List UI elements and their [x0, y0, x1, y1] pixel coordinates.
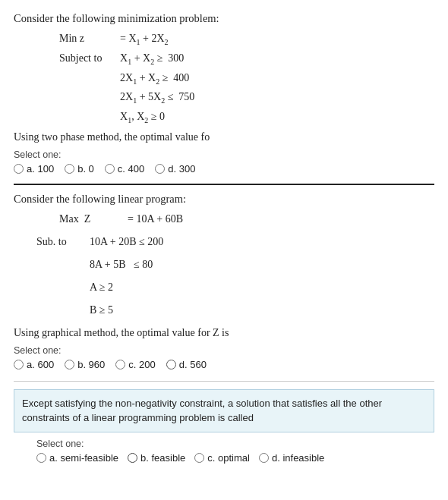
q2-sub-line-3: B ≥ 5	[36, 300, 434, 321]
q1-options: a. 100 b. 0 c. 400 d. 300	[14, 163, 434, 175]
q3-radio-a[interactable]	[36, 453, 46, 463]
q2-sub-expr-3: B ≥ 5	[90, 300, 113, 321]
q3-option-c-label: c. optimal	[207, 452, 250, 464]
q1-subject-label: Subject to	[59, 49, 120, 68]
q2-objective-expr: = 10A + 60B	[128, 210, 183, 228]
q1-select-label: Select one:	[14, 149, 434, 160]
q3-option-d[interactable]: d. infeasible	[259, 452, 324, 464]
q1-option-c-label: c. 400	[118, 163, 144, 175]
q2-option-b-label: b. 960	[77, 359, 105, 370]
q2-options: a. 600 b. 960 c. 200 d. 560	[14, 359, 434, 370]
q2-option-c[interactable]: c. 200	[115, 359, 155, 370]
q1-title: Consider the following minimization prob…	[14, 12, 434, 25]
question-1: Consider the following minimization prob…	[14, 12, 434, 175]
q1-option-a[interactable]: a. 100	[14, 163, 54, 175]
q1-constraint-0: X1 + X2 ≥ 300	[120, 49, 184, 68]
question-3: Except satisfying the non-negativity con…	[14, 389, 434, 464]
q1-radio-a[interactable]	[14, 164, 24, 174]
q2-select-label: Select one:	[14, 345, 434, 356]
q3-select-label: Select one:	[36, 439, 434, 449]
q2-option-d-label: d. 560	[179, 359, 207, 370]
q2-sub-line-2: A ≥ 2	[36, 277, 434, 298]
q2-option-b[interactable]: b. 960	[65, 359, 105, 370]
q1-objective-expr: = X1 + 2X2	[120, 30, 169, 49]
q3-radio-c[interactable]	[194, 453, 204, 463]
question-2: Consider the following linear program: M…	[14, 193, 434, 370]
q1-option-c[interactable]: c. 400	[105, 163, 144, 175]
q1-radio-d[interactable]	[155, 164, 165, 174]
q1-option-a-label: a. 100	[27, 163, 54, 175]
q1-constraint-line-0: Subject to X1 + X2 ≥ 300	[59, 49, 434, 68]
q3-option-c[interactable]: c. optimal	[194, 452, 250, 464]
q1-option-d-label: d. 300	[168, 163, 195, 175]
q1-option-d[interactable]: d. 300	[155, 163, 195, 175]
q3-option-a[interactable]: a. semi-feasible	[36, 452, 118, 464]
q2-title: Consider the following linear program:	[14, 193, 434, 206]
q3-radio-d[interactable]	[259, 453, 269, 463]
q2-math: Max Z = 10A + 60B	[59, 210, 434, 228]
q2-objective-line: Max Z = 10A + 60B	[59, 210, 434, 228]
q3-info-box: Except satisfying the non-negativity con…	[14, 389, 434, 432]
q2-radio-b[interactable]	[65, 360, 74, 369]
q3-option-b[interactable]: b. feasible	[128, 452, 185, 464]
q2-sub-block: Sub. to 10A + 20B ≤ 200 8A + 5B ≤ 80 A ≥…	[36, 231, 434, 321]
q2-sub-expr-0: 10A + 20B ≤ 200	[90, 231, 163, 253]
q1-math: Min z = X1 + 2X2 Subject to X1 + X2 ≥ 30…	[59, 30, 434, 127]
q1-objective-label: Min z	[59, 30, 120, 48]
q1-constraint-line-3: X1, X2 ≥ 0	[59, 108, 434, 127]
q1-using-text: Using two phase method, the optimal valu…	[14, 131, 434, 143]
q2-option-d[interactable]: d. 560	[166, 359, 207, 370]
q1-radio-b[interactable]	[65, 164, 74, 174]
q3-option-b-label: b. feasible	[140, 452, 185, 464]
q2-using-text: Using graphical method, the optimal valu…	[14, 327, 434, 339]
q1-constraint-line-1: 2X1 + X2 ≥ 400	[59, 69, 434, 88]
q1-constraint-line-2: 2X1 + 5X2 ≤ 750	[59, 88, 434, 107]
q2-sub-line-1: 8A + 5B ≤ 80	[36, 254, 434, 275]
q1-radio-c[interactable]	[105, 164, 115, 174]
section-divider	[14, 184, 434, 185]
q2-objective-label: Max Z	[59, 210, 128, 228]
q2-option-a[interactable]: a. 600	[14, 359, 54, 370]
q3-option-a-label: a. semi-feasible	[49, 452, 118, 464]
q2-sub-expr-1: 8A + 5B ≤ 80	[90, 254, 153, 275]
q2-radio-a[interactable]	[14, 360, 24, 369]
q2-sub-line-0: Sub. to 10A + 20B ≤ 200	[36, 231, 434, 253]
q2-sub-label: Sub. to	[36, 231, 90, 253]
section-divider-2	[14, 381, 434, 382]
q2-sub-expr-2: A ≥ 2	[90, 277, 113, 298]
q2-radio-c[interactable]	[115, 360, 125, 369]
q1-objective-line: Min z = X1 + 2X2	[59, 30, 434, 49]
q1-constraint-3: X1, X2 ≥ 0	[120, 108, 165, 127]
q2-radio-d[interactable]	[166, 360, 176, 369]
q3-radio-b[interactable]	[128, 453, 137, 463]
q3-options: a. semi-feasible b. feasible c. optimal …	[36, 452, 434, 464]
q3-select-section: Select one: a. semi-feasible b. feasible…	[36, 439, 434, 464]
q1-option-b[interactable]: b. 0	[65, 163, 94, 175]
q1-constraint-2: 2X1 + 5X2 ≤ 750	[120, 88, 194, 107]
q1-option-b-label: b. 0	[77, 163, 94, 175]
q2-option-c-label: c. 200	[128, 359, 155, 370]
q2-option-a-label: a. 600	[27, 359, 54, 370]
q3-option-d-label: d. infeasible	[272, 452, 324, 464]
q1-constraint-1: 2X1 + X2 ≥ 400	[120, 69, 189, 88]
